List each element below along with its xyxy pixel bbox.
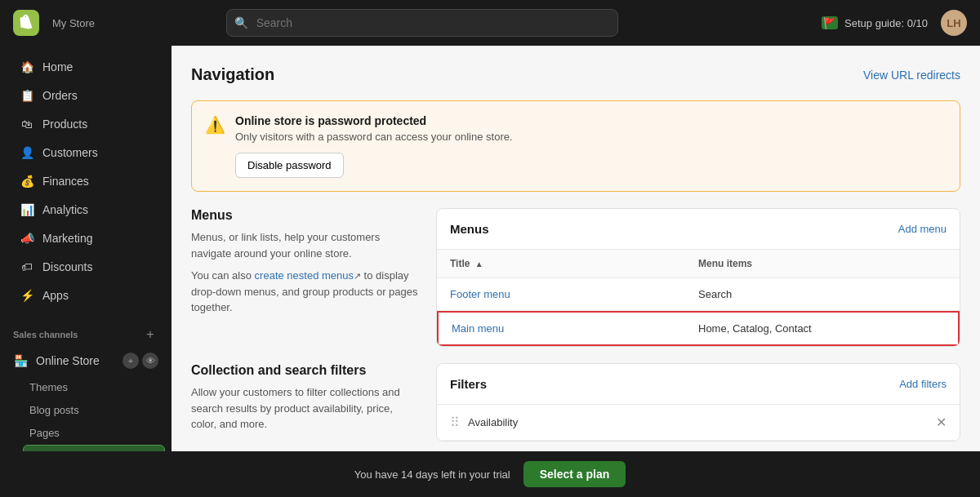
warning-icon: ⚠️ [205,115,225,135]
drag-handle-icon[interactable]: ⠿ [450,415,460,430]
sales-channels-label: Sales channels + [0,317,172,346]
warning-content: Online store is password protected Only … [235,114,513,178]
marketing-icon: 📣 [20,231,34,246]
filters-card: Filters Add filters ⠿ Availability ✕ [436,363,960,442]
create-nested-menus-link[interactable]: create nested menus [255,269,354,282]
sidebar-sub-item-blog-posts[interactable]: Blog posts [23,399,165,421]
filters-section: Collection and search filters Allow your… [191,363,960,442]
menus-section: Menus Menus, or link lists, help your cu… [191,208,960,347]
disable-password-button[interactable]: Disable password [235,153,344,178]
search-icon: 🔍 [234,16,248,29]
sidebar-item-home[interactable]: 🏠 Home [7,53,165,81]
filters-right-col: Filters Add filters ⠿ Availability ✕ [436,363,960,442]
main-content: Navigation View URL redirects ⚠️ Online … [172,46,980,451]
analytics-icon: 📊 [20,202,34,217]
topbar-right: 🚩 Setup guide: 0/10 LH [822,10,967,36]
sidebar-sub-item-pages[interactable]: Pages [23,422,165,444]
warning-title: Online store is password protected [235,114,513,127]
sidebar-item-customers[interactable]: 👤 Customers [7,139,165,166]
page-title: Navigation [191,65,274,84]
trial-text: You have 14 days left in your trial [354,468,510,481]
sidebar-item-apps[interactable]: ⚡ Apps [7,282,165,309]
sidebar-item-orders[interactable]: 📋 Orders [7,82,165,109]
trial-bar: You have 14 days left in your trial Sele… [0,451,980,497]
filters-card-title: Filters [450,377,487,391]
discounts-icon: 🏷 [20,260,34,274]
filters-section-title: Collection and search filters [191,363,420,378]
menus-section-desc: Menus, or link lists, help your customer… [191,229,420,261]
menus-table-header: Title ▲ Menu items [437,250,960,278]
add-menu-link[interactable]: Add menu [898,223,947,235]
filters-row-availability: ⠿ Availability ✕ [437,405,960,441]
sidebar-sub-item-navigation[interactable]: Navigation [23,445,165,451]
footer-menu-items: Search [698,288,947,300]
page-header: Navigation View URL redirects [191,65,960,84]
sidebar-sub-item-themes[interactable]: Themes [23,376,165,398]
sidebar-item-finances[interactable]: 💰 Finances [7,167,165,195]
main-menu-items: Home, Catalog, Contact [698,322,945,335]
sidebar-item-products[interactable]: 🛍 Products [7,110,165,138]
online-store-icon: 🏪 [13,353,28,368]
filters-left-col: Collection and search filters Allow your… [191,363,420,442]
menus-left-col: Menus Menus, or link lists, help your cu… [191,208,420,347]
home-icon: 🏠 [20,60,34,74]
apps-icon: ⚡ [20,288,34,303]
menus-card-title: Menus [450,222,489,236]
select-plan-button[interactable]: Select a plan [523,461,626,487]
menus-card: Menus Add menu Title ▲ Menu items Footer… [436,208,960,347]
avatar[interactable]: LH [941,10,967,36]
table-row-main-menu: Main menu Home, Catalog, Contact [437,311,960,346]
store-name: My Store [52,17,118,29]
filter-name-availability: Availability [468,416,936,428]
warning-banner: ⚠️ Online store is password protected On… [191,100,960,192]
online-store-row[interactable]: 🏪 Online Store + 👁 [0,346,172,375]
warning-description: Only visitors with a password can access… [235,131,513,143]
topbar: My Store 🔍 🚩 Setup guide: 0/10 LH [0,0,980,46]
search-bar[interactable]: 🔍 [226,9,618,37]
table-row-footer-menu: Footer menu Search [437,278,960,311]
footer-menu-link[interactable]: Footer menu [450,288,698,300]
view-url-redirects-link[interactable]: View URL redirects [863,69,960,82]
orders-icon: 📋 [20,88,34,103]
menus-section-link-desc: You can also create nested menus↗ to dis… [191,268,420,316]
setup-guide[interactable]: 🚩 Setup guide: 0/10 [822,16,928,29]
sidebar: 🏠 Home 📋 Orders 🛍 Products 👤 Customers 💰… [0,46,172,451]
setup-flag-icon: 🚩 [822,16,838,29]
add-sales-channel-button[interactable]: + [142,326,158,343]
layout: 🏠 Home 📋 Orders 🛍 Products 👤 Customers 💰… [0,46,980,451]
add-filters-link[interactable]: Add filters [899,378,947,390]
sort-icon: ▲ [475,260,483,268]
filters-card-header: Filters Add filters [437,364,960,405]
sidebar-item-analytics[interactable]: 📊 Analytics [7,196,165,224]
filters-section-desc: Allow your customers to filter collectio… [191,384,420,433]
finances-icon: 💰 [20,174,34,189]
menus-card-header: Menus Add menu [437,209,960,250]
main-menu-link[interactable]: Main menu [452,322,698,335]
sidebar-sub-nav: Themes Blog posts Pages Navigation Prefe… [23,375,172,451]
sidebar-item-marketing[interactable]: 📣 Marketing [7,224,165,252]
customers-icon: 👤 [20,145,34,160]
products-icon: 🛍 [20,117,34,131]
menus-section-title: Menus [191,208,420,223]
online-store-add-button[interactable]: + [122,353,139,369]
menus-right-col: Menus Add menu Title ▲ Menu items Footer… [436,208,960,347]
col-title-header: Title ▲ [450,258,698,269]
online-store-visibility-button[interactable]: 👁 [142,353,158,369]
sidebar-nav: 🏠 Home 📋 Orders 🛍 Products 👤 Customers 💰… [0,46,172,317]
col-items-header: Menu items [698,258,947,269]
sidebar-item-discounts[interactable]: 🏷 Discounts [7,253,165,281]
search-input[interactable] [226,9,618,37]
filter-remove-button[interactable]: ✕ [936,415,947,430]
shopify-logo [13,10,39,36]
